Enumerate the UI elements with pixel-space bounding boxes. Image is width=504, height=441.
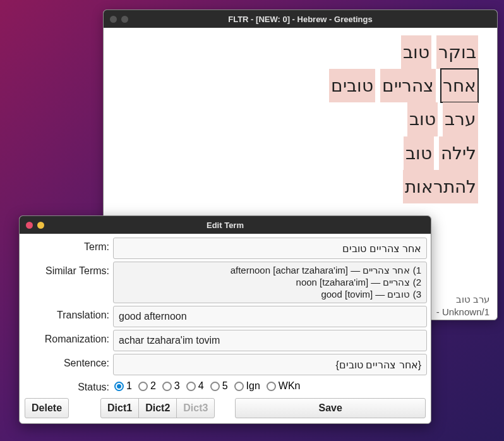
main-titlebar: FLTR - [NEW: 0] - Hebrew - Greetings [104,10,497,28]
radio-icon[interactable] [114,382,124,391]
dict3-button: Dict3 [176,398,215,418]
status-option-label: 5 [222,380,228,392]
text-word[interactable]: אחר [441,69,478,102]
edit-form: Term: Similar Terms: 1) אחר צהריים — aft… [20,234,431,423]
text-word[interactable]: טוב [407,102,438,136]
text-word[interactable]: טוב [404,136,434,170]
main-window-title: FLTR - [NEW: 0] - Hebrew - Greetings [104,15,497,24]
text-word[interactable]: לילה [439,136,478,170]
similar-terms-label: Similar Terms: [23,262,113,277]
status-bar: ערב טוב - Unknown/1 [436,294,489,317]
similar-term-line: 2) צהריים — noon [tzahara'im] [119,277,421,289]
status-option-1[interactable]: 1 [114,380,132,392]
status-radio-group: 12345IgnWKn [113,378,427,394]
radio-icon[interactable] [210,382,220,391]
status-term: ערב טוב [436,294,489,305]
romanization-input[interactable] [113,330,427,351]
status-option-wkn[interactable]: WKn [267,380,301,392]
radio-icon[interactable] [267,382,276,391]
status-option-label: 3 [174,380,180,392]
text-word[interactable]: ערב [443,102,478,136]
status-option-label: 2 [150,380,156,392]
similar-terms-box: 1) אחר צהריים — afternoon [achar tzahara… [113,262,427,303]
radio-icon[interactable] [138,382,148,391]
reading-text-area[interactable]: בוקר טובאחר צהריים טוביםערב טובלילה טובל… [104,28,497,208]
radio-icon[interactable] [234,382,244,391]
radio-icon[interactable] [162,382,172,391]
term-label: Term: [23,238,113,253]
term-input[interactable] [113,238,427,259]
status-label: Status: [23,378,113,393]
sentence-label: Sentence: [23,354,113,369]
text-word[interactable]: טובים [329,69,375,102]
minimize-icon[interactable] [37,222,44,229]
translation-label: Translation: [23,306,113,321]
translation-input[interactable] [113,306,427,327]
status-option-3[interactable]: 3 [162,380,180,392]
status-option-label: 1 [126,380,132,392]
radio-icon[interactable] [186,382,196,391]
close-icon[interactable] [26,222,33,229]
window-control-icon[interactable] [121,16,128,23]
status-option-4[interactable]: 4 [186,380,204,392]
save-button[interactable]: Save [235,398,426,418]
similar-term-line: 1) אחר צהריים — afternoon [achar tzahara… [119,265,421,277]
status-state: - Unknown/1 [436,305,489,317]
dict1-button[interactable]: Dict1 [100,398,139,418]
edit-term-window: Edit Term Term: Similar Terms: 1) אחר צה… [19,215,431,424]
text-word[interactable]: להתראות [403,170,478,203]
similar-term-line: 3) טובים — good [tovim] [119,289,421,301]
status-option-5[interactable]: 5 [210,380,228,392]
sentence-input[interactable] [113,354,427,375]
window-control-icon[interactable] [110,16,117,23]
edit-window-title: Edit Term [20,220,431,230]
status-option-label: 4 [198,380,204,392]
romanization-label: Romanization: [23,330,113,345]
status-option-label: WKn [279,380,301,392]
dict2-button[interactable]: Dict2 [138,398,177,418]
text-word[interactable]: בוקר [436,35,478,69]
status-option-2[interactable]: 2 [138,380,156,392]
text-word[interactable]: טוב [401,35,431,69]
status-option-label: Ign [246,380,260,392]
text-word[interactable]: צהריים [380,69,436,102]
status-option-ign[interactable]: Ign [234,380,260,392]
edit-titlebar: Edit Term [20,216,431,234]
delete-button[interactable]: Delete [25,398,69,418]
